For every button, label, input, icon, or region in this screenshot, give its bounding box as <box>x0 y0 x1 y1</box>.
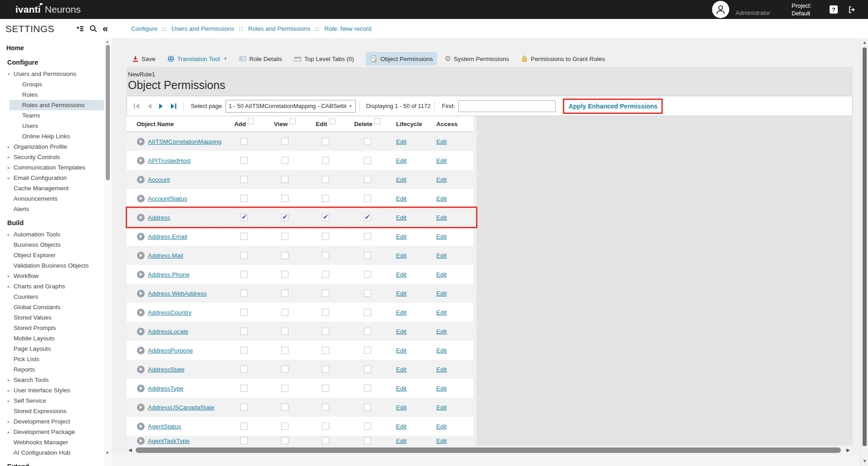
view-checkbox[interactable] <box>281 347 288 354</box>
last-page-button[interactable] <box>167 101 179 112</box>
add-checkbox[interactable] <box>241 233 248 240</box>
object-name-link[interactable]: Address.WebAddress <box>148 290 207 297</box>
apply-enhanced-permissions-button[interactable]: Apply Enhanced Permissions <box>568 103 657 110</box>
view-checkbox[interactable] <box>281 328 288 335</box>
view-checkbox[interactable] <box>281 309 288 316</box>
delete-checkbox[interactable] <box>364 195 371 202</box>
sidebar-item-mobile-layouts[interactable]: Mobile Layouts <box>0 333 104 344</box>
lifecycle-edit-link[interactable]: Edit <box>396 309 406 316</box>
sidebar-item-stored-values[interactable]: Stored Values <box>0 312 104 323</box>
delete-checkbox[interactable] <box>364 176 371 183</box>
translation-tool-button[interactable]: Translation Tool ▼ <box>167 55 227 62</box>
sidebar-item-security-controls[interactable]: ▸Security Controls <box>0 152 104 162</box>
add-checkbox[interactable] <box>241 423 248 430</box>
access-edit-link[interactable]: Edit <box>436 271 447 278</box>
breadcrumb-role-new-record[interactable]: Role: New record <box>324 25 371 32</box>
add-checkbox[interactable] <box>241 404 248 411</box>
select-all-delete-checkbox[interactable] <box>374 118 381 124</box>
horizontal-scrollbar[interactable]: ◀ ▶ <box>127 446 853 455</box>
edit-checkbox[interactable] <box>322 290 329 297</box>
object-name-link[interactable]: APITrustedHost <box>148 157 191 164</box>
access-edit-link[interactable]: Edit <box>436 214 447 221</box>
sidebar-item-stored-prompts[interactable]: Stored Prompts <box>0 323 104 333</box>
lifecycle-edit-link[interactable]: Edit <box>396 290 406 297</box>
edit-checkbox[interactable] <box>322 214 329 221</box>
add-checkbox[interactable] <box>241 290 248 297</box>
sidebar-item-self-service[interactable]: ▸Self Service <box>0 395 104 406</box>
expand-icon[interactable]: ▸ <box>8 430 14 434</box>
access-edit-link[interactable]: Edit <box>436 309 447 316</box>
collapse-icon[interactable]: ▾ <box>8 72 14 76</box>
add-checkbox[interactable] <box>241 366 248 373</box>
lifecycle-edit-link[interactable]: Edit <box>396 214 406 221</box>
lifecycle-edit-link[interactable]: Edit <box>396 347 406 354</box>
add-checkbox[interactable] <box>241 138 248 145</box>
object-name-link[interactable]: Address <box>148 214 170 221</box>
lifecycle-edit-link[interactable]: Edit <box>396 366 406 373</box>
edit-checkbox[interactable] <box>322 328 329 335</box>
expand-row-icon[interactable] <box>137 271 145 278</box>
sidebar-item-webhooks-manager[interactable]: Webhooks Manager <box>0 437 104 447</box>
sidebar-item-counters[interactable]: Counters <box>0 292 104 302</box>
delete-checkbox[interactable] <box>364 347 371 354</box>
delete-checkbox[interactable] <box>364 138 371 145</box>
object-name-link[interactable]: AgentStatus <box>148 423 181 430</box>
sidebar-item-global-constants[interactable]: Global Constants <box>0 302 104 312</box>
object-name-link[interactable]: AccountStatus <box>148 195 187 202</box>
sidebar-item-reports[interactable]: Reports <box>0 364 104 375</box>
edit-checkbox[interactable] <box>322 271 329 278</box>
breadcrumb-configure[interactable]: Configure <box>131 25 158 32</box>
sidebar-item-object-explorer[interactable]: Object Explorer <box>0 250 104 260</box>
previous-page-button[interactable] <box>143 101 155 112</box>
scroll-down-icon[interactable]: ▼ <box>863 459 867 463</box>
sidebar-item-page-layouts[interactable]: Page Layouts <box>0 344 104 354</box>
view-checkbox[interactable] <box>281 157 288 164</box>
view-checkbox[interactable] <box>281 176 288 183</box>
lifecycle-edit-link[interactable]: Edit <box>396 404 406 411</box>
expand-icon[interactable]: ▸ <box>8 165 14 170</box>
lifecycle-edit-link[interactable]: Edit <box>396 385 406 392</box>
expand-row-icon[interactable] <box>137 195 145 202</box>
permissions-to-grant-roles-tab[interactable]: Permissions to Grant Roles <box>521 55 605 62</box>
access-edit-link[interactable]: Edit <box>436 290 447 297</box>
object-name-link[interactable]: Address.Email <box>148 233 187 240</box>
lifecycle-edit-link[interactable]: Edit <box>396 423 406 430</box>
sidebar-item-users-and-permissions[interactable]: ▾Users and Permissions <box>0 69 104 79</box>
view-checkbox[interactable] <box>281 271 288 278</box>
access-edit-link[interactable]: Edit <box>436 404 447 411</box>
horizontal-scrollbar-thumb[interactable] <box>136 447 841 453</box>
system-permissions-tab[interactable]: ⚙ System Permissions <box>444 56 509 62</box>
object-name-link[interactable]: AddressPurpose <box>148 347 193 354</box>
breadcrumb-roles-and-permissions[interactable]: Roles and Permissions <box>248 25 311 32</box>
sidebar-item-cache-management[interactable]: Cache Management <box>0 183 104 193</box>
edit-checkbox[interactable] <box>322 437 329 444</box>
view-checkbox[interactable] <box>281 423 288 430</box>
expand-row-icon[interactable] <box>137 309 145 316</box>
expand-icon[interactable]: ▸ <box>8 232 14 237</box>
next-page-button[interactable] <box>155 101 167 112</box>
edit-checkbox[interactable] <box>322 138 329 145</box>
expand-row-icon[interactable] <box>137 138 145 146</box>
expand-row-icon[interactable] <box>137 385 145 392</box>
sidebar-scrollbar[interactable]: ▲ ▼ <box>104 38 112 466</box>
view-checkbox[interactable] <box>281 385 288 392</box>
expand-row-icon[interactable] <box>137 366 145 373</box>
delete-checkbox[interactable] <box>364 328 371 335</box>
sidebar-item-users[interactable]: Users <box>9 121 104 131</box>
edit-checkbox[interactable] <box>322 176 329 183</box>
expand-row-icon[interactable] <box>137 437 145 445</box>
expand-icon[interactable]: ▸ <box>8 419 14 424</box>
delete-checkbox[interactable] <box>364 157 371 164</box>
sidebar-item-groups[interactable]: Groups <box>9 79 104 89</box>
lifecycle-edit-link[interactable]: Edit <box>396 328 406 335</box>
tree-view-icon[interactable] <box>75 25 84 32</box>
delete-checkbox[interactable] <box>364 252 371 259</box>
sidebar-item-communication-templates[interactable]: ▸Communication Templates <box>0 162 104 173</box>
view-checkbox[interactable] <box>281 366 288 373</box>
top-level-tabs-tab[interactable]: Top Level Tabs (0) <box>294 56 354 62</box>
sidebar-item-pick-lists[interactable]: Pick Lists <box>0 354 104 364</box>
vertical-scrollbar[interactable]: ▲ ▼ <box>860 38 868 466</box>
sidebar-item-teams[interactable]: Teams <box>9 110 104 121</box>
sidebar-item-alerts[interactable]: Alerts <box>0 204 104 214</box>
sidebar-item-validation-business-objects[interactable]: Validation Business Objects <box>0 260 104 271</box>
